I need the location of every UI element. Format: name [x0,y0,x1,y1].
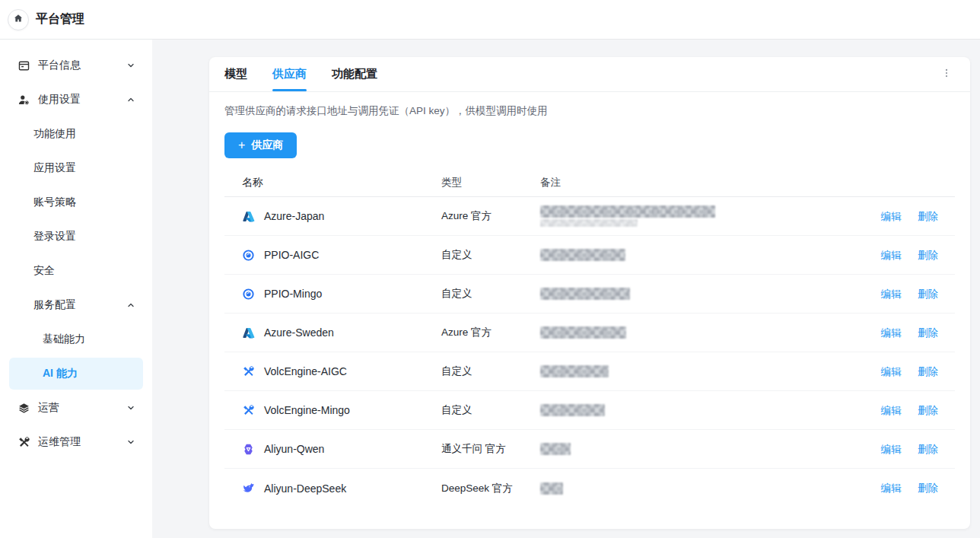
ppio-icon [242,288,255,301]
sidebar-item-登录设置[interactable]: 登录设置 [9,221,143,253]
main-content: 模型供应商功能配置 管理供应商的请求接口地址与调用凭证（API key），供模型… [152,40,980,538]
sidebar-item-账号策略[interactable]: 账号策略 [9,186,143,218]
sidebar-item-服务配置[interactable]: 服务配置 [9,289,143,321]
sidebar-item-label: 运营 [38,401,59,415]
sidebar-item-使用设置[interactable]: 使用设置 [9,84,143,116]
provider-type: Azure 官方 [441,209,540,223]
home-button[interactable] [8,9,29,30]
edit-link[interactable]: 编辑 [881,288,902,300]
provider-name: VolcEngine-AIGC [264,365,347,377]
delete-link[interactable]: 删除 [918,444,938,455]
edit-link[interactable]: 编辑 [881,366,902,377]
edit-link[interactable]: 编辑 [881,250,902,261]
column-header-name: 名称 [224,176,441,189]
add-provider-label: 供应商 [251,138,283,152]
sidebar-item-label: 功能使用 [33,127,76,141]
chevron-up-icon [126,95,135,104]
redacted-remark-block [540,443,571,455]
provider-type: 自定义 [441,248,540,262]
azure-icon [242,210,255,223]
provider-type: 通义千问 官方 [441,442,540,456]
azure-icon [242,326,255,339]
provider-type: Azure 官方 [441,326,540,339]
deepseek-icon [242,482,255,495]
sidebar-item-安全[interactable]: 安全 [9,255,143,287]
volcengine-icon [242,365,255,378]
home-icon [13,13,24,27]
edit-link[interactable]: 编辑 [881,211,902,222]
table-row: Aliyun-Qwen 通义千问 官方 编辑 删除 [224,430,955,469]
page-title: 平台管理 [36,11,84,27]
redacted-remark-block [540,326,626,339]
provider-name: PPIO-AIGC [264,249,319,261]
provider-name: PPIO-Mingo [264,288,322,300]
sidebar-item-label: 基础能力 [43,333,85,346]
provider-name: Azure-Japan [264,210,324,222]
tab-供应商[interactable]: 供应商 [272,57,307,91]
sidebar-item-label: AI 能力 [43,367,78,380]
edit-link[interactable]: 编辑 [881,327,902,339]
sidebar-item-应用设置[interactable]: 应用设置 [9,152,143,184]
sidebar-item-平台信息[interactable]: 平台信息 [9,49,143,81]
column-header-remark: 备注 [540,176,854,189]
delete-link[interactable]: 删除 [918,482,938,494]
provider-remark-redacted [540,482,854,495]
more-options-button[interactable] [938,57,955,91]
redacted-remark-block [540,365,609,377]
sidebar-item-label: 应用设置 [33,161,76,175]
table-row: Aliyun-DeepSeek DeepSeek 官方 编辑 删除 [224,469,955,508]
delete-link[interactable]: 删除 [918,211,938,222]
sidebar-item-运营[interactable]: 运营 [9,392,143,424]
chevron-down-icon [126,61,135,70]
sidebar-item-功能使用[interactable]: 功能使用 [9,118,143,150]
sidebar-item-基础能力[interactable]: 基础能力 [9,323,143,355]
tab-模型[interactable]: 模型 [224,57,247,91]
sidebar-item-label: 登录设置 [33,230,76,244]
tab-bar: 模型供应商功能配置 [209,57,970,92]
provider-remark-redacted [540,249,854,261]
delete-link[interactable]: 删除 [918,250,938,261]
delete-link[interactable]: 删除 [918,366,938,377]
table-header-row: 名称 类型 备注 [224,168,955,197]
provider-type: 自定义 [441,365,540,378]
provider-type: DeepSeek 官方 [441,482,540,495]
sidebar-item-label: 运维管理 [38,435,81,449]
delete-link[interactable]: 删除 [918,327,938,339]
provider-remark-redacted [540,288,854,300]
volcengine-icon [242,404,255,417]
provider-remark-redacted [540,205,854,227]
table-row: PPIO-AIGC 自定义 编辑 删除 [224,236,955,275]
delete-link[interactable]: 删除 [918,288,938,300]
add-provider-button[interactable]: + 供应商 [224,132,297,158]
sidebar-item-label: 平台信息 [38,59,81,72]
sidebar-item-ai-能力[interactable]: AI 能力 [9,358,143,390]
edit-link[interactable]: 编辑 [881,444,902,455]
tools-icon [17,435,30,449]
provider-remark-redacted [540,443,854,455]
tab-功能配置[interactable]: 功能配置 [332,57,377,91]
sidebar-item-运维管理[interactable]: 运维管理 [9,426,143,458]
table-row: VolcEngine-Mingo 自定义 编辑 删除 [224,391,955,430]
provider-remark-redacted [540,404,854,416]
delete-link[interactable]: 删除 [918,405,938,416]
redacted-remark-block [540,249,625,261]
sidebar-item-label: 安全 [33,264,55,278]
provider-name: VolcEngine-Mingo [264,404,350,416]
provider-type: 自定义 [441,287,540,301]
kebab-menu-icon [941,67,952,82]
redacted-remark-block [540,219,638,227]
sidebar-item-label: 使用设置 [38,93,81,107]
edit-link[interactable]: 编辑 [881,482,902,494]
redacted-remark-block [540,404,605,416]
redacted-remark-block [540,205,715,218]
provider-remark-redacted [540,326,854,339]
edit-link[interactable]: 编辑 [881,405,902,416]
redacted-remark-block [540,482,563,495]
ppio-icon [242,249,255,262]
column-header-type: 类型 [441,176,540,189]
provider-table: 名称 类型 备注 Azure-Japan Azure 官方 编辑 删除 PPIO… [224,168,955,529]
app-header: 平台管理 [0,0,980,40]
plus-icon: + [238,139,245,151]
provider-name: Aliyun-DeepSeek [264,482,346,495]
panel-icon [17,59,30,72]
